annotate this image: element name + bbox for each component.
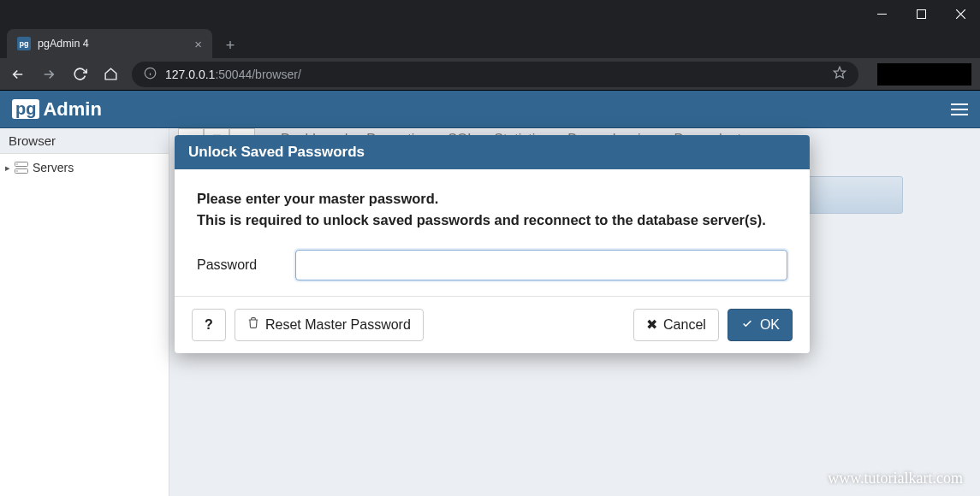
cancel-button[interactable]: ✖ Cancel	[633, 309, 719, 341]
servers-icon	[15, 162, 28, 174]
server-tree: ▸ Servers	[0, 154, 169, 181]
back-button[interactable]	[9, 65, 27, 84]
pgadmin-logo[interactable]: pgAdmin	[12, 98, 102, 121]
tab-strip: pg pgAdmin 4 × +	[0, 27, 980, 58]
sidebar-title: Browser	[0, 128, 169, 154]
browser-sidebar: Browser ▸ Servers	[0, 128, 169, 496]
home-button[interactable]	[101, 65, 120, 84]
dialog-message-line1: Please enter your master password.	[197, 188, 787, 210]
dialog-title: Unlock Saved Passwords	[175, 135, 810, 169]
tab-close-icon[interactable]: ×	[194, 37, 202, 51]
tree-item-servers[interactable]: ▸ Servers	[5, 161, 163, 174]
maximize-button[interactable]	[901, 0, 941, 27]
ok-button-label: OK	[760, 317, 780, 333]
ok-button[interactable]: OK	[728, 309, 793, 341]
tree-caret-icon[interactable]: ▸	[5, 162, 10, 174]
bookmark-star-icon[interactable]	[833, 66, 846, 82]
dialog-body: Please enter your master password. This …	[175, 169, 810, 296]
tab-favicon: pg	[17, 37, 31, 50]
trash-icon	[247, 316, 259, 333]
help-button[interactable]: ?	[192, 309, 226, 341]
watermark: www.tutorialkart.com	[828, 469, 963, 487]
browser-tab[interactable]: pg pgAdmin 4 ×	[7, 29, 212, 58]
url-text: 127.0.0.1:50044/browser/	[165, 68, 301, 81]
reset-button-label: Reset Master Password	[265, 317, 411, 333]
hamburger-menu-icon[interactable]	[951, 103, 968, 115]
browser-toolbar: 127.0.0.1:50044/browser/	[0, 58, 980, 91]
tab-title: pgAdmin 4	[38, 38, 89, 50]
svg-point-7	[16, 163, 18, 165]
forward-button[interactable]	[39, 65, 58, 84]
cancel-button-label: Cancel	[663, 317, 706, 333]
dialog-message-line2: This is required to unlock saved passwor…	[197, 210, 787, 231]
site-info-icon[interactable]	[144, 67, 157, 82]
master-password-input[interactable]	[295, 250, 787, 280]
check-icon	[740, 317, 754, 333]
logo-badge: pg	[12, 99, 39, 119]
address-bar[interactable]: 127.0.0.1:50044/browser/	[132, 62, 858, 87]
pgadmin-header: pgAdmin	[0, 91, 980, 128]
window-titlebar	[0, 0, 980, 27]
svg-rect-0	[917, 9, 925, 18]
svg-point-8	[16, 170, 18, 172]
reset-master-password-button[interactable]: Reset Master Password	[235, 309, 424, 341]
password-label: Password	[197, 257, 278, 273]
tree-item-label: Servers	[33, 161, 74, 174]
new-tab-button[interactable]: +	[217, 32, 243, 58]
svg-marker-4	[834, 67, 845, 78]
password-row: Password	[197, 250, 787, 280]
dialog-footer: ? Reset Master Password ✖ Cancel OK	[175, 296, 810, 353]
close-icon: ✖	[646, 316, 657, 333]
profile-area[interactable]	[877, 63, 971, 86]
unlock-passwords-dialog: Unlock Saved Passwords Please enter your…	[175, 135, 810, 353]
logo-text: Admin	[43, 98, 101, 121]
window-close-button[interactable]	[941, 0, 980, 27]
minimize-button[interactable]	[862, 0, 901, 27]
reload-button[interactable]	[70, 65, 89, 84]
